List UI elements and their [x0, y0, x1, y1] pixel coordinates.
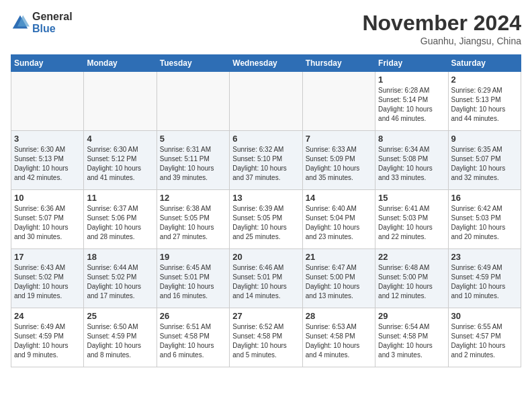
- calendar-table: SundayMondayTuesdayWednesdayThursdayFrid…: [11, 54, 521, 367]
- calendar-cell: 10Sunrise: 6:36 AM Sunset: 5:07 PM Dayli…: [11, 190, 84, 249]
- logo-general-text: General: [32, 11, 73, 23]
- calendar-cell: 23Sunrise: 6:49 AM Sunset: 4:59 PM Dayli…: [448, 249, 521, 308]
- day-number: 2: [451, 75, 518, 85]
- day-number: 12: [160, 193, 226, 203]
- logo-icon: [11, 13, 30, 32]
- weekday-header: Friday: [375, 55, 448, 72]
- day-number: 18: [87, 252, 153, 262]
- calendar-cell: 12Sunrise: 6:38 AM Sunset: 5:05 PM Dayli…: [157, 190, 229, 249]
- location-text: Guanhu, Jiangsu, China: [362, 36, 521, 46]
- day-info: Sunrise: 6:40 AM Sunset: 5:04 PM Dayligh…: [306, 204, 372, 242]
- day-number: 19: [160, 252, 226, 262]
- calendar-cell: 4Sunrise: 6:30 AM Sunset: 5:12 PM Daylig…: [84, 131, 157, 190]
- day-number: 28: [306, 311, 372, 321]
- day-number: 11: [87, 193, 153, 203]
- calendar-cell: [11, 72, 84, 131]
- day-info: Sunrise: 6:50 AM Sunset: 4:59 PM Dayligh…: [87, 322, 153, 360]
- day-number: 13: [232, 193, 299, 203]
- logo-blue-text: Blue: [32, 23, 73, 35]
- calendar-cell: 11Sunrise: 6:37 AM Sunset: 5:06 PM Dayli…: [84, 190, 157, 249]
- calendar-cell: 30Sunrise: 6:55 AM Sunset: 4:57 PM Dayli…: [448, 308, 521, 367]
- day-info: Sunrise: 6:43 AM Sunset: 5:02 PM Dayligh…: [14, 263, 81, 301]
- day-info: Sunrise: 6:44 AM Sunset: 5:02 PM Dayligh…: [87, 263, 153, 301]
- day-info: Sunrise: 6:30 AM Sunset: 5:12 PM Dayligh…: [87, 145, 153, 183]
- day-info: Sunrise: 6:48 AM Sunset: 5:00 PM Dayligh…: [378, 263, 445, 301]
- day-number: 20: [232, 252, 299, 262]
- calendar-cell: 8Sunrise: 6:34 AM Sunset: 5:08 PM Daylig…: [375, 131, 448, 190]
- calendar-cell: 27Sunrise: 6:52 AM Sunset: 4:58 PM Dayli…: [230, 308, 302, 367]
- calendar-week-row: 10Sunrise: 6:36 AM Sunset: 5:07 PM Dayli…: [11, 190, 521, 249]
- calendar-cell: [157, 72, 229, 131]
- day-number: 15: [378, 193, 445, 203]
- day-info: Sunrise: 6:42 AM Sunset: 5:03 PM Dayligh…: [451, 204, 518, 242]
- weekday-header: Sunday: [11, 55, 84, 72]
- day-number: 10: [14, 193, 81, 203]
- day-number: 4: [87, 134, 153, 144]
- day-info: Sunrise: 6:55 AM Sunset: 4:57 PM Dayligh…: [451, 322, 518, 360]
- calendar-cell: 9Sunrise: 6:35 AM Sunset: 5:07 PM Daylig…: [448, 131, 521, 190]
- day-info: Sunrise: 6:53 AM Sunset: 4:58 PM Dayligh…: [306, 322, 372, 360]
- day-number: 1: [378, 75, 445, 85]
- day-info: Sunrise: 6:52 AM Sunset: 4:58 PM Dayligh…: [232, 322, 299, 360]
- logo-text: General Blue: [32, 11, 73, 34]
- calendar-cell: [230, 72, 302, 131]
- calendar-cell: 22Sunrise: 6:48 AM Sunset: 5:00 PM Dayli…: [375, 249, 448, 308]
- day-info: Sunrise: 6:38 AM Sunset: 5:05 PM Dayligh…: [160, 204, 226, 242]
- calendar-cell: 17Sunrise: 6:43 AM Sunset: 5:02 PM Dayli…: [11, 249, 84, 308]
- calendar-cell: 3Sunrise: 6:30 AM Sunset: 5:13 PM Daylig…: [11, 131, 84, 190]
- day-number: 6: [232, 134, 299, 144]
- day-number: 25: [87, 311, 153, 321]
- day-number: 14: [306, 193, 372, 203]
- calendar-cell: 13Sunrise: 6:39 AM Sunset: 5:05 PM Dayli…: [230, 190, 302, 249]
- day-info: Sunrise: 6:54 AM Sunset: 4:58 PM Dayligh…: [378, 322, 445, 360]
- day-info: Sunrise: 6:33 AM Sunset: 5:09 PM Dayligh…: [306, 145, 372, 183]
- day-number: 5: [160, 134, 226, 144]
- calendar-cell: 29Sunrise: 6:54 AM Sunset: 4:58 PM Dayli…: [375, 308, 448, 367]
- day-info: Sunrise: 6:34 AM Sunset: 5:08 PM Dayligh…: [378, 145, 445, 183]
- calendar-cell: [84, 72, 157, 131]
- weekday-header: Tuesday: [157, 55, 229, 72]
- calendar-cell: 15Sunrise: 6:41 AM Sunset: 5:03 PM Dayli…: [375, 190, 448, 249]
- calendar-week-row: 1Sunrise: 6:28 AM Sunset: 5:14 PM Daylig…: [11, 72, 521, 131]
- day-number: 22: [378, 252, 445, 262]
- day-info: Sunrise: 6:32 AM Sunset: 5:10 PM Dayligh…: [232, 145, 299, 183]
- day-number: 21: [306, 252, 372, 262]
- day-info: Sunrise: 6:29 AM Sunset: 5:13 PM Dayligh…: [451, 86, 518, 124]
- day-info: Sunrise: 6:46 AM Sunset: 5:01 PM Dayligh…: [232, 263, 299, 301]
- day-number: 17: [14, 252, 81, 262]
- day-info: Sunrise: 6:35 AM Sunset: 5:07 PM Dayligh…: [451, 145, 518, 183]
- calendar-week-row: 3Sunrise: 6:30 AM Sunset: 5:13 PM Daylig…: [11, 131, 521, 190]
- calendar-cell: [302, 72, 375, 131]
- day-info: Sunrise: 6:36 AM Sunset: 5:07 PM Dayligh…: [14, 204, 81, 242]
- calendar-cell: 25Sunrise: 6:50 AM Sunset: 4:59 PM Dayli…: [84, 308, 157, 367]
- day-info: Sunrise: 6:49 AM Sunset: 4:59 PM Dayligh…: [451, 263, 518, 301]
- title-block: November 2024 Guanhu, Jiangsu, China: [362, 11, 521, 46]
- weekday-header: Wednesday: [230, 55, 302, 72]
- day-number: 9: [451, 134, 518, 144]
- day-number: 26: [160, 311, 226, 321]
- day-info: Sunrise: 6:31 AM Sunset: 5:11 PM Dayligh…: [160, 145, 226, 183]
- day-info: Sunrise: 6:49 AM Sunset: 4:59 PM Dayligh…: [14, 322, 81, 360]
- calendar-cell: 21Sunrise: 6:47 AM Sunset: 5:00 PM Dayli…: [302, 249, 375, 308]
- calendar-cell: 1Sunrise: 6:28 AM Sunset: 5:14 PM Daylig…: [375, 72, 448, 131]
- calendar-cell: 16Sunrise: 6:42 AM Sunset: 5:03 PM Dayli…: [448, 190, 521, 249]
- day-number: 16: [451, 193, 518, 203]
- calendar-week-row: 17Sunrise: 6:43 AM Sunset: 5:02 PM Dayli…: [11, 249, 521, 308]
- calendar-cell: 24Sunrise: 6:49 AM Sunset: 4:59 PM Dayli…: [11, 308, 84, 367]
- day-number: 7: [306, 134, 372, 144]
- calendar-cell: 7Sunrise: 6:33 AM Sunset: 5:09 PM Daylig…: [302, 131, 375, 190]
- day-number: 27: [232, 311, 299, 321]
- weekday-header: Monday: [84, 55, 157, 72]
- day-info: Sunrise: 6:51 AM Sunset: 4:58 PM Dayligh…: [160, 322, 226, 360]
- day-number: 23: [451, 252, 518, 262]
- calendar-cell: 26Sunrise: 6:51 AM Sunset: 4:58 PM Dayli…: [157, 308, 229, 367]
- day-info: Sunrise: 6:39 AM Sunset: 5:05 PM Dayligh…: [232, 204, 299, 242]
- calendar-cell: 6Sunrise: 6:32 AM Sunset: 5:10 PM Daylig…: [230, 131, 302, 190]
- day-number: 3: [14, 134, 81, 144]
- calendar-cell: 2Sunrise: 6:29 AM Sunset: 5:13 PM Daylig…: [448, 72, 521, 131]
- calendar-cell: 19Sunrise: 6:45 AM Sunset: 5:01 PM Dayli…: [157, 249, 229, 308]
- day-number: 24: [14, 311, 81, 321]
- calendar-cell: 28Sunrise: 6:53 AM Sunset: 4:58 PM Dayli…: [302, 308, 375, 367]
- calendar-cell: 14Sunrise: 6:40 AM Sunset: 5:04 PM Dayli…: [302, 190, 375, 249]
- day-info: Sunrise: 6:30 AM Sunset: 5:13 PM Dayligh…: [14, 145, 81, 183]
